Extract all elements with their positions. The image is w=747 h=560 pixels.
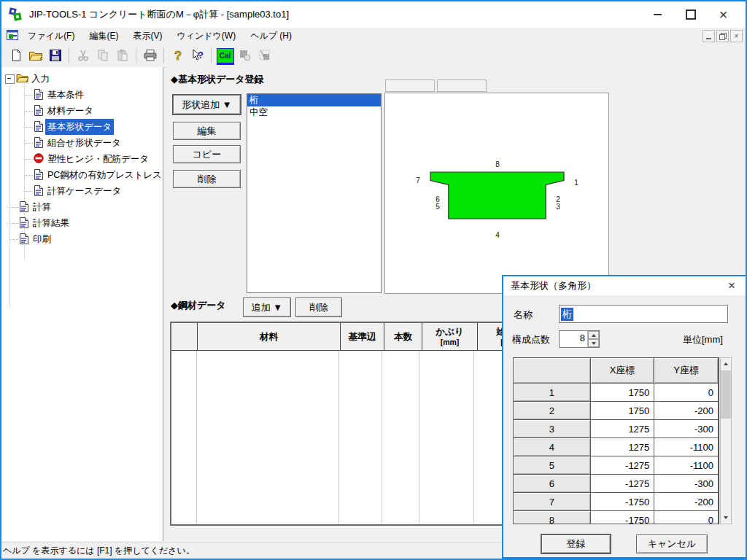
cancel-button[interactable]: キャンセル — [636, 534, 708, 553]
shape-list-item[interactable]: 中空 — [247, 106, 381, 119]
menu-bar: ファイル(F) 編集(E) 表示(V) ウィンドウ(W) ヘルプ (H) × — [1, 28, 746, 44]
tree-item-label: 入力 — [29, 71, 52, 87]
cut-button[interactable] — [74, 47, 92, 65]
close-icon: × — [735, 32, 739, 40]
close-button[interactable]: × — [707, 1, 740, 28]
close-icon: × — [719, 7, 728, 22]
mdi-close-button[interactable]: × — [730, 30, 743, 42]
add-shape-button[interactable]: 形状追加 ▼ — [173, 95, 241, 114]
y-coordinate-cell[interactable]: -300 — [654, 420, 719, 438]
x-coordinate-cell[interactable]: -1275 — [591, 456, 655, 475]
combine-shape-button[interactable] — [236, 47, 254, 65]
edit-shape-button[interactable]: 編集 — [173, 122, 241, 140]
delete-shape-button[interactable]: 削除 — [173, 170, 241, 188]
drawing-option-box-1[interactable] — [385, 79, 435, 92]
y-coordinate-cell[interactable]: 0 — [654, 384, 719, 402]
select-shape-button[interactable] — [255, 47, 274, 65]
mdi-restore-button[interactable] — [716, 30, 729, 42]
tree-item[interactable]: 計算ケースデータ — [1, 183, 163, 199]
shape-list-item[interactable]: 桁 — [247, 94, 381, 106]
print-button[interactable] — [141, 47, 159, 65]
menu-file[interactable]: ファイル(F) — [22, 28, 80, 44]
help-button[interactable]: ? — [169, 47, 187, 65]
menu-help[interactable]: ヘルプ (H) — [244, 28, 298, 44]
spin-down-button[interactable] — [588, 339, 599, 347]
paste-button[interactable] — [113, 47, 131, 65]
row-number-cell: 8 — [514, 511, 591, 524]
y-coordinate-cell[interactable]: -200 — [654, 493, 719, 511]
drawing-option-box-2[interactable] — [437, 79, 487, 92]
vertex-label: 4 — [495, 231, 500, 239]
select-shape-icon — [258, 49, 271, 62]
name-input[interactable]: 桁 — [559, 305, 728, 323]
copy-shape-button[interactable]: コピー — [173, 145, 241, 163]
y-coordinate-cell[interactable]: -200 — [654, 402, 719, 420]
y-coordinate-cell[interactable]: -1100 — [654, 456, 719, 475]
tree-item[interactable]: 組合せ形状データ — [1, 135, 163, 151]
tree-item[interactable]: 材料データ — [1, 103, 163, 119]
tree-item[interactable]: 計算結果 — [1, 215, 163, 231]
column-divider — [473, 351, 474, 524]
x-coordinate-cell[interactable]: -1275 — [591, 475, 655, 493]
dialog-title: 基本形状（多角形） — [511, 279, 596, 292]
cross-section-polygon — [430, 172, 564, 219]
scrollbar-thumb[interactable] — [721, 370, 731, 419]
tree-item[interactable]: 印刷 — [1, 231, 163, 247]
tree-item-label: 塑性ヒンジ・配筋データ — [45, 151, 151, 167]
menu-view[interactable]: 表示(V) — [127, 28, 168, 44]
table-scrollbar[interactable] — [720, 357, 732, 524]
tree-item[interactable]: 基本条件 — [1, 87, 163, 103]
tree-item[interactable]: 塑性ヒンジ・配筋データ — [1, 151, 163, 167]
svg-text:?: ? — [174, 49, 181, 62]
points-count-spinner[interactable]: 8 — [559, 330, 600, 348]
dialog-close-button[interactable]: × — [721, 276, 743, 295]
context-help-button[interactable]: ? — [188, 47, 206, 65]
toolbar-separator — [211, 47, 212, 63]
x-coordinate-cell[interactable]: -1750 — [591, 493, 655, 511]
shape-list: 桁中空 — [247, 93, 382, 293]
steel-table-body[interactable] — [171, 351, 540, 524]
tree-item[interactable]: 計算 — [1, 199, 163, 215]
spinner-buttons — [587, 331, 599, 347]
x-coordinate-cell[interactable]: 1275 — [591, 420, 655, 438]
calc-button[interactable]: Cal — [216, 47, 234, 65]
spin-up-button[interactable] — [588, 331, 599, 339]
coordinate-row: 5-1275-1100 — [514, 456, 719, 475]
y-coordinate-cell[interactable]: -300 — [654, 475, 719, 493]
delete-steel-button[interactable]: 削除 — [295, 298, 342, 317]
tree-item[interactable]: 入力 — [1, 71, 163, 87]
y-coordinate-cell[interactable]: -1100 — [654, 438, 719, 456]
x-coordinate-cell[interactable]: 1750 — [591, 384, 655, 402]
scroll-up-button[interactable] — [721, 358, 731, 370]
context-help-icon: ? — [190, 49, 205, 62]
maximize-icon — [686, 9, 696, 20]
menu-window[interactable]: ウィンドウ(W) — [171, 28, 241, 44]
tree-item[interactable]: PC鋼材の有効プレストレス — [1, 167, 163, 183]
no-entry-icon — [34, 153, 44, 166]
x-coordinate-cell[interactable]: -1750 — [591, 511, 655, 524]
row-number-cell: 4 — [514, 438, 591, 456]
new-file-button[interactable] — [7, 47, 25, 65]
document-icon — [19, 217, 28, 230]
menu-edit[interactable]: 編集(E) — [83, 28, 124, 44]
tree-expander-icon[interactable] — [5, 74, 15, 84]
coordinate-row: 117500 — [514, 384, 719, 402]
add-steel-button[interactable]: 追加 ▼ — [243, 298, 291, 317]
status-text: ヘルプ を表示するには [F1] を押してください。 — [3, 545, 195, 557]
scroll-down-button[interactable] — [721, 512, 731, 524]
minimize-button[interactable] — [641, 1, 674, 28]
y-coordinate-cell[interactable]: 0 — [654, 511, 719, 524]
save-file-button[interactable] — [46, 47, 64, 65]
coordinate-row: 8-17500 — [514, 511, 719, 524]
open-file-button[interactable] — [26, 47, 44, 65]
toolbar-separator — [163, 47, 164, 63]
x-coordinate-cell[interactable]: 1275 — [591, 438, 655, 456]
copy-button[interactable] — [93, 47, 112, 65]
mdi-minimize-button[interactable] — [703, 30, 715, 42]
register-button[interactable]: 登録 — [541, 534, 611, 553]
tree-item[interactable]: 基本形状データ — [1, 119, 163, 135]
help-icon: ? — [172, 49, 184, 62]
x-coordinate-cell[interactable]: 1750 — [591, 402, 655, 420]
maximize-button[interactable] — [674, 1, 707, 28]
arrow-down-icon — [592, 342, 596, 345]
